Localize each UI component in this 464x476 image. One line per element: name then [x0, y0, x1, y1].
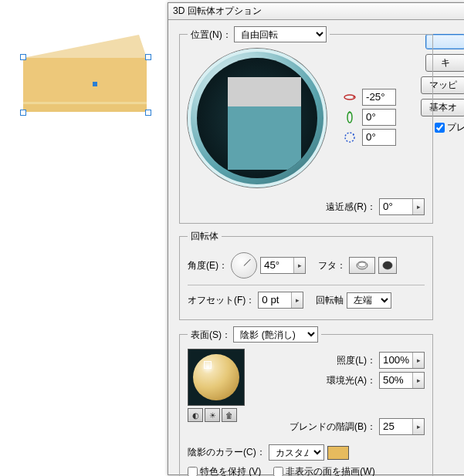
offset-input[interactable]: ▸: [258, 292, 303, 309]
selected-shape[interactable]: [15, 23, 154, 123]
svg-marker-2: [23, 104, 147, 112]
perspective-input[interactable]: ▸: [379, 198, 425, 215]
angle-label: 角度(E)：: [188, 259, 228, 272]
position-legend: 位置(N)： 自由回転: [188, 26, 330, 42]
selection-handle[interactable]: [145, 54, 151, 60]
shade-color-select[interactable]: カスタム: [269, 444, 324, 461]
separator: [188, 285, 425, 285]
preserve-spot-checkbox[interactable]: 特色を保持 (V): [188, 465, 261, 476]
svg-marker-0: [23, 35, 147, 58]
angle-stepper[interactable]: ▸: [293, 258, 305, 273]
preview-label: プレ: [447, 121, 464, 134]
preview-checkbox[interactable]: プレ: [435, 121, 464, 134]
rotate-x-input[interactable]: [362, 89, 396, 106]
cap-on-button[interactable]: [349, 257, 375, 274]
rotation-trackball[interactable]: [188, 49, 327, 187]
light-back-icon[interactable]: ◐: [188, 408, 203, 422]
ambient-label: 環境光(A)：: [327, 374, 376, 387]
surface-legend: 表面(S)： 陰影 (艶消し): [188, 326, 321, 343]
light-handle[interactable]: [204, 361, 212, 369]
draw-hidden-input[interactable]: [273, 467, 283, 476]
perspective-label: 遠近感(R)：: [326, 201, 376, 214]
svg-point-10: [383, 262, 392, 269]
svg-point-8: [358, 262, 366, 267]
perspective-stepper[interactable]: ▸: [412, 199, 424, 214]
rotate-z-input[interactable]: [362, 129, 396, 146]
blend-steps-input[interactable]: ▸: [379, 418, 425, 435]
draw-hidden-checkbox[interactable]: 非表示の面を描画(W): [273, 465, 374, 476]
offset-row: オフセット(F)： ▸ 回転軸 左端: [188, 292, 425, 309]
preserve-spot-input[interactable]: [188, 467, 198, 476]
light-sphere-panel: ◐ ☀ 🗑: [188, 349, 245, 438]
cap-off-button[interactable]: [378, 257, 397, 274]
angle-input[interactable]: ▸: [260, 257, 306, 274]
revolve-options-dialog: 3D 回転体オプション キ マッピ 基本オ プレ 位置(N)： 自由回転: [168, 2, 464, 475]
light-intensity-label: 照度(L)：: [337, 354, 376, 367]
light-intensity-stepper[interactable]: ▸: [412, 353, 424, 368]
offset-stepper[interactable]: ▸: [291, 292, 303, 308]
selection-handle[interactable]: [20, 110, 26, 116]
ambient-stepper[interactable]: ▸: [412, 373, 424, 388]
svg-point-5: [347, 112, 352, 123]
surface-group: 表面(S)： 陰影 (艶消し) ◐ ☀ 🗑: [179, 326, 433, 476]
selection-handle[interactable]: [145, 110, 151, 116]
rotate-z-icon: [342, 130, 357, 145]
perspective-row: 遠近感(R)： ▸: [188, 198, 425, 215]
surface-mode-select[interactable]: 陰影 (艶消し): [233, 326, 318, 343]
rotate-x-row: [342, 89, 425, 106]
selection-handle[interactable]: [20, 54, 26, 60]
surface-checks-row: 特色を保持 (V) 非表示の面を描画(W): [188, 465, 425, 476]
light-intensity-row: 照度(L)： ▸: [256, 352, 425, 369]
revolve-legend: 回転体: [188, 230, 222, 243]
axis-label: 回転軸: [316, 294, 344, 307]
selection-center[interactable]: [93, 82, 97, 86]
ambient-row: 環境光(A)： ▸: [256, 372, 425, 389]
light-new-icon[interactable]: ☀: [205, 408, 220, 422]
ambient-input[interactable]: ▸: [379, 372, 425, 389]
rotate-y-input[interactable]: [362, 109, 396, 126]
light-intensity-input[interactable]: ▸: [379, 352, 425, 369]
draw-hidden-label: 非表示の面を描画(W): [286, 465, 374, 476]
svg-rect-3: [23, 102, 147, 104]
shade-color-swatch[interactable]: [327, 446, 349, 460]
canvas-selection: [15, 23, 154, 123]
rotate-y-row: [342, 109, 425, 126]
angle-dial[interactable]: [231, 252, 257, 279]
blend-steps-label: ブレンドの階調(B)：: [290, 420, 376, 434]
shade-color-row: 陰影のカラー(C)： カスタム: [188, 444, 425, 461]
blend-steps-stepper[interactable]: ▸: [412, 419, 424, 434]
rotate-x-icon: [342, 89, 357, 105]
preserve-spot-label: 特色を保持 (V): [200, 465, 261, 476]
shade-color-label: 陰影のカラー(C)：: [188, 446, 266, 459]
offset-label: オフセット(F)：: [188, 294, 255, 307]
rotate-y-icon: [342, 110, 357, 125]
blend-steps-row: ブレンドの階調(B)： ▸: [256, 418, 425, 435]
shade-sphere[interactable]: [188, 349, 245, 406]
dialog-title[interactable]: 3D 回転体オプション: [168, 3, 464, 20]
angle-row: 角度(E)： ▸ フタ：: [188, 252, 425, 279]
position-group: 位置(N)： 自由回転: [179, 26, 433, 224]
revolve-group: 回転体 角度(E)： ▸ フタ： オフセット(F)：: [179, 230, 433, 320]
svg-marker-1: [23, 58, 147, 104]
preview-check-input[interactable]: [435, 123, 445, 133]
position-mode-select[interactable]: 自由回転: [234, 26, 327, 42]
light-delete-icon[interactable]: 🗑: [222, 408, 237, 422]
cap-label: フタ：: [318, 259, 346, 272]
axis-select[interactable]: 左端: [347, 292, 391, 309]
rotate-z-row: [342, 129, 425, 146]
light-buttons: ◐ ☀ 🗑: [188, 408, 245, 422]
